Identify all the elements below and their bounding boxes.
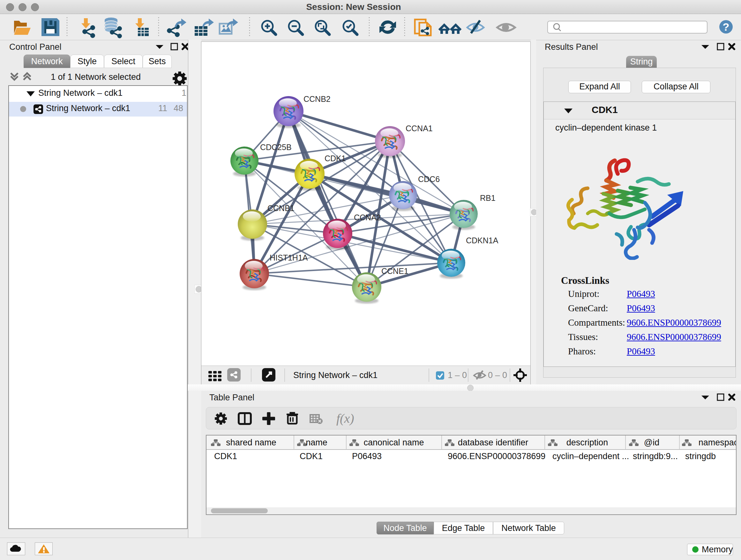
svg-text:String Network – cdk1: String Network – cdk1 bbox=[293, 370, 378, 380]
svg-text:stringdb: stringdb bbox=[685, 451, 716, 461]
svg-text:?: ? bbox=[723, 21, 730, 33]
svg-text:database identifier: database identifier bbox=[458, 438, 529, 447]
svg-text:9606.ENSP00000378699: 9606.ENSP00000378699 bbox=[448, 451, 545, 461]
svg-text:cyclin–dependent ...: cyclin–dependent ... bbox=[552, 451, 629, 461]
svg-text:HIST1H1A: HIST1H1A bbox=[270, 253, 308, 262]
svg-text:CDKN1A: CDKN1A bbox=[466, 236, 498, 245]
svg-text:CDK1: CDK1 bbox=[300, 451, 323, 461]
svg-text:P06493: P06493 bbox=[352, 451, 382, 461]
svg-text:CCNB2: CCNB2 bbox=[304, 95, 331, 104]
svg-text:RB1: RB1 bbox=[480, 193, 495, 202]
svg-text:CCNB1: CCNB1 bbox=[267, 204, 294, 212]
svg-text:CCNA1: CCNA1 bbox=[406, 124, 433, 133]
svg-text:@id: @id bbox=[644, 438, 659, 447]
svg-text:1 – 0: 1 – 0 bbox=[448, 370, 467, 380]
svg-text:CCNE1: CCNE1 bbox=[381, 266, 408, 275]
svg-text:namespac: namespac bbox=[698, 438, 736, 447]
svg-text:CDK1: CDK1 bbox=[325, 154, 346, 163]
svg-text:CDC25B: CDC25B bbox=[260, 143, 292, 152]
svg-text:f(x): f(x) bbox=[336, 411, 354, 426]
svg-text:CCNA2: CCNA2 bbox=[354, 213, 381, 222]
svg-text:0 – 0: 0 – 0 bbox=[488, 370, 507, 380]
svg-text:canonical name: canonical name bbox=[363, 438, 424, 447]
svg-text:name: name bbox=[306, 438, 327, 447]
svg-text:CDK1: CDK1 bbox=[214, 451, 237, 461]
svg-text:shared name: shared name bbox=[226, 438, 276, 447]
svg-text:description: description bbox=[566, 438, 608, 447]
svg-text:CDC6: CDC6 bbox=[418, 175, 440, 184]
svg-text:stringdb:9...: stringdb:9... bbox=[633, 451, 678, 461]
